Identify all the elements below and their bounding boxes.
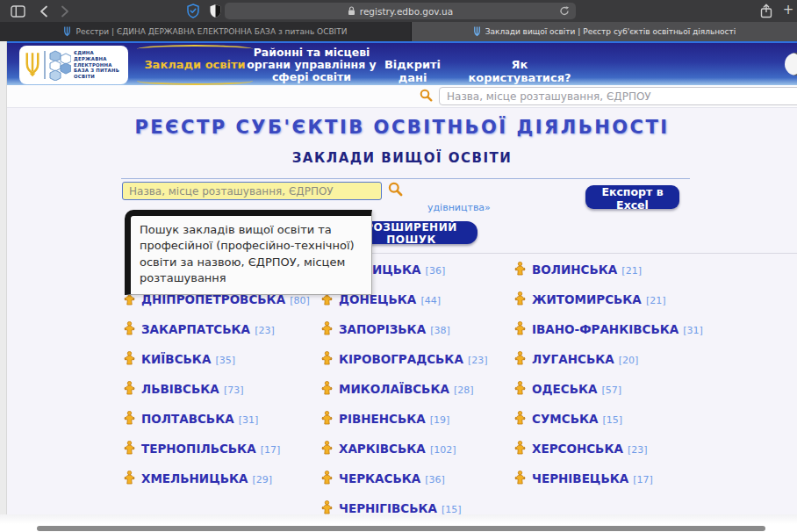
person-icon: [514, 441, 526, 455]
region-count: [38]: [430, 325, 450, 336]
region-name: ЛЬВІВСЬКА: [141, 382, 219, 396]
person-icon: [514, 381, 526, 395]
active-nav-arc-top: [137, 45, 253, 54]
region-link[interactable]: ЛУГАНСЬКА [20]: [514, 350, 729, 367]
region-count: [35]: [215, 355, 235, 366]
region-count: [28]: [454, 385, 474, 396]
region-link[interactable]: КИЇВСЬКА [35]: [124, 350, 321, 367]
trident-icon: [24, 50, 41, 80]
region-link[interactable]: ЧЕРКАСЬКА [36]: [321, 470, 514, 486]
main-search-input[interactable]: [122, 182, 382, 200]
partial-link[interactable]: удівництва»: [427, 202, 491, 213]
region-link[interactable]: ЧЕРНІГІВСЬКА [15]: [321, 500, 514, 516]
person-icon: [321, 411, 333, 425]
url-bar[interactable]: registry.edbo.gov.ua: [225, 3, 576, 19]
person-icon: [124, 381, 135, 395]
share-icon[interactable]: [760, 4, 772, 18]
nav-local-authorities[interactable]: Районні та місцеві органи управління у с…: [237, 47, 386, 83]
region-link[interactable]: ЧЕРНІВЕЦЬКА [17]: [514, 470, 729, 486]
person-icon: [321, 381, 333, 395]
region-row: ХМЕЛЬНИЦЬКА [29]ЧЕРКАСЬКА [36]ЧЕРНІВЕЦЬК…: [124, 463, 729, 492]
region-count: [15]: [442, 504, 462, 515]
nav-education-institutions[interactable]: Заклади освіти: [139, 58, 251, 71]
privacy-shield-icon[interactable]: [186, 4, 200, 18]
region-name: ІВАНО-ФРАНКІВСЬКА: [532, 322, 679, 336]
region-name: РІВНЕНСЬКА: [339, 412, 426, 426]
person-icon: [124, 321, 135, 335]
region-link[interactable]: ОДЕСЬКА [57]: [514, 380, 729, 397]
region-name: ЗАПОРІЗЬКА: [339, 322, 426, 336]
new-tab-icon[interactable]: +: [781, 2, 795, 18]
person-icon: [124, 441, 135, 455]
tab-title: Реєстри | ЄДИНА ДЕРЖАВНА ЕЛЕКТРОННА БАЗА…: [75, 27, 347, 36]
region-count: [36]: [425, 474, 445, 485]
region-link[interactable]: ІВАНО-ФРАНКІВСЬКА [31]: [514, 320, 729, 337]
sidebar-icon[interactable]: [11, 5, 25, 18]
region-link[interactable]: ЖИТОМИРСЬКА [21]: [514, 291, 729, 307]
logo-divider: [44, 51, 46, 79]
nav-how-to-use[interactable]: Як користуватися?: [467, 58, 572, 84]
person-icon: [321, 471, 333, 485]
region-count: [73]: [224, 385, 244, 396]
search-icon[interactable]: [420, 89, 433, 105]
region-count: [23]: [468, 355, 488, 366]
region-link[interactable]: ВОЛИНСЬКА [21]: [514, 261, 729, 277]
region-name: ЗАКАРПАТСЬКА: [141, 322, 250, 336]
region-count: [29]: [253, 474, 273, 485]
person-icon: [514, 471, 526, 485]
region-link[interactable]: КІРОВОГРАДСЬКА [23]: [321, 350, 514, 367]
region-link[interactable]: ХАРКІВСЬКА [102]: [321, 440, 514, 457]
page-title: РЕЄСТР СУБ'ЄКТІВ ОСВІТНЬОЇ ДІЯЛЬНОСТІ: [7, 117, 797, 138]
region-link[interactable]: ХМЕЛЬНИЦЬКА [29]: [124, 470, 321, 486]
region-name: ХЕРСОНСЬКА: [532, 442, 623, 456]
region-row: ЗАКАРПАТСЬКА [23]ЗАПОРІЗЬКА [38]ІВАНО-ФР…: [124, 313, 729, 343]
region-link[interactable]: ЛЬВІВСЬКА [73]: [124, 380, 321, 397]
region-link[interactable]: РІВНЕНСЬКА [19]: [321, 410, 514, 427]
region-count: [15]: [603, 414, 623, 426]
region-link[interactable]: ЗАПОРІЗЬКА [38]: [321, 320, 514, 337]
region-name: ЧЕРНІГІВСЬКА: [339, 501, 437, 515]
forward-icon[interactable]: [61, 5, 69, 18]
region-link[interactable]: ЗАКАРПАТСЬКА [23]: [124, 320, 321, 337]
region-link[interactable]: ХЕРСОНСЬКА [23]: [514, 440, 729, 457]
quick-search-input[interactable]: [439, 87, 797, 105]
region-name: ОДЕСЬКА: [532, 382, 597, 396]
region-count: [36]: [426, 265, 446, 277]
region-count: [57]: [602, 385, 622, 396]
reload-icon[interactable]: [559, 5, 570, 18]
region-count: [31]: [683, 325, 703, 336]
export-excel-button[interactable]: Експорт в Excel: [585, 185, 679, 209]
region-link[interactable]: МИКОЛАЇВСЬКА [28]: [321, 380, 514, 397]
region-count: [80]: [290, 295, 310, 306]
region-link[interactable]: ТЕРНОПІЛЬСЬКА [17]: [124, 440, 321, 457]
region-link[interactable]: СУМСЬКА [15]: [514, 410, 729, 427]
nav-open-data[interactable]: Відкриті дані: [369, 58, 456, 84]
hexagon-cells-icon: [48, 49, 71, 81]
region-name: МИКОЛАЇВСЬКА: [339, 382, 449, 396]
person-icon: [514, 351, 526, 365]
background-window-bar: [37, 526, 765, 531]
back-icon[interactable]: [39, 5, 48, 18]
person-icon: [321, 441, 333, 455]
page-subtitle: ЗАКЛАДИ ВИЩОЇ ОСВІТИ: [7, 150, 797, 166]
region-count: [17]: [633, 474, 653, 485]
accessibility-icon[interactable]: [785, 53, 797, 75]
darkmode-shield-icon[interactable]: [209, 4, 222, 18]
section-divider: [121, 178, 690, 179]
person-icon: [321, 351, 333, 365]
page-content: РЕЄСТР СУБ'ЄКТІВ ОСВІТНЬОЇ ДІЯЛЬНОСТІ ЗА…: [7, 108, 797, 514]
logo-text: ЄДИНА ДЕРЖАВНА ЕЛЕКТРОННА БАЗА З ПИТАНЬ …: [74, 50, 119, 80]
region-name: ТЕРНОПІЛЬСЬКА: [141, 442, 256, 456]
search-tooltip: Пошук закладів вищої освіти та професійн…: [125, 210, 372, 295]
person-icon: [514, 321, 526, 335]
tab-registries[interactable]: Реєстри | ЄДИНА ДЕРЖАВНА ЕЛЕКТРОННА БАЗА…: [0, 22, 412, 41]
region-link[interactable]: ПОЛТАВСЬКА [31]: [124, 410, 321, 427]
region-count: [23]: [255, 325, 275, 336]
region-row: ТЕРНОПІЛЬСЬКА [17]ХАРКІВСЬКА [102]ХЕРСОН…: [124, 433, 729, 463]
search-icon[interactable]: [388, 182, 403, 200]
active-nav-arc-bottom: [137, 76, 253, 85]
edbo-logo[interactable]: ЄДИНА ДЕРЖАВНА ЕЛЕКТРОННА БАЗА З ПИТАНЬ …: [19, 46, 128, 84]
region-name: ХАРКІВСЬКА: [339, 442, 426, 456]
region-name: КІРОВОГРАДСЬКА: [339, 352, 463, 366]
tab-higher-education[interactable]: Заклади вищої освіти | Реєстр суб'єктів …: [412, 22, 797, 41]
